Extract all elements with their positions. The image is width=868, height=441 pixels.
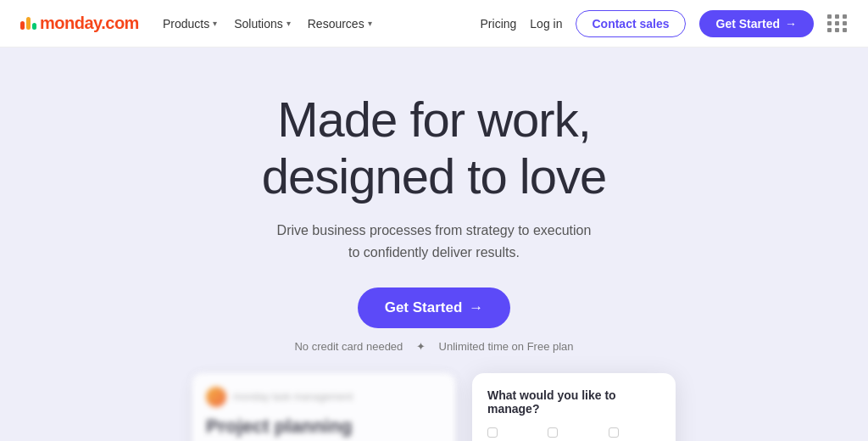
get-started-nav-button[interactable]: Get Started →: [699, 10, 814, 37]
manage-item-tasks[interactable]: ☑️ Tasks: [548, 427, 599, 441]
apps-grid-button[interactable]: [827, 14, 848, 32]
resources-chevron-icon: ▾: [368, 19, 372, 28]
nav-login[interactable]: Log in: [530, 17, 562, 31]
get-started-nav-arrow: →: [785, 17, 797, 31]
logo-bar-2: [26, 17, 31, 30]
logo-text: monday.com: [40, 14, 139, 33]
apps-dot: [843, 21, 847, 25]
card-left-header: monday task management: [206, 387, 442, 407]
nav-links: Products ▾ Solutions ▾ Resources ▾: [163, 17, 372, 31]
card-title-label: monday task management: [233, 391, 353, 403]
manage-item-marketing[interactable]: 📣 Marketing: [609, 427, 660, 441]
manage-checkbox-row: [609, 427, 660, 438]
apps-dot: [835, 14, 839, 19]
logo-mark: [20, 17, 36, 30]
contact-sales-button[interactable]: Contact sales: [576, 10, 685, 37]
logo-bar-1: [20, 21, 25, 30]
nav-resources[interactable]: Resources ▾: [308, 17, 372, 31]
products-chevron-icon: ▾: [213, 19, 217, 28]
nav-right: Pricing Log in Contact sales Get Started…: [481, 10, 848, 37]
nav-products[interactable]: Products ▾: [163, 17, 217, 31]
logo-bar-3: [32, 23, 36, 30]
logo[interactable]: monday.com: [20, 14, 139, 33]
card-project-title: Project planning: [206, 416, 442, 438]
solutions-chevron-icon: ▾: [287, 19, 291, 28]
hero-headline: Made for work, designed to love: [17, 92, 851, 204]
nav-left: monday.com Products ▾ Solutions ▾ Resour…: [20, 14, 372, 33]
manage-checkbox-projects[interactable]: [487, 427, 498, 438]
manage-card-title: What would you like to manage?: [487, 388, 660, 416]
apps-dot: [843, 28, 847, 32]
apps-dot: [843, 14, 847, 19]
nav-solutions[interactable]: Solutions ▾: [234, 17, 291, 31]
card-avatar: [206, 387, 226, 407]
hero-cta-arrow: →: [469, 299, 483, 316]
apps-dot: [827, 14, 832, 19]
hero-section: Made for work, designed to love Drive bu…: [0, 47, 868, 441]
hero-subtitle: Drive business processes from strategy t…: [17, 220, 851, 263]
manage-checkbox-marketing[interactable]: [609, 427, 619, 438]
manage-checkbox-row: [487, 427, 539, 438]
apps-dot: [827, 28, 832, 32]
apps-dot: [835, 21, 839, 25]
nav-pricing[interactable]: Pricing: [481, 17, 517, 31]
apps-dot: [827, 21, 832, 25]
manage-grid: 📋 Projects ☑️ Tasks 📣 Marketing 🎨 Design…: [487, 427, 660, 441]
manage-card: What would you like to manage? 📋 Project…: [472, 373, 676, 441]
get-started-hero-button[interactable]: Get Started →: [358, 287, 511, 328]
manage-item-projects[interactable]: 📋 Projects: [487, 427, 539, 441]
preview-card-left: monday task management Project planning …: [192, 373, 455, 441]
hero-footnote: No credit card needed ✦ Unlimited time o…: [17, 340, 851, 353]
manage-checkbox-row: [548, 427, 599, 438]
navbar: monday.com Products ▾ Solutions ▾ Resour…: [0, 0, 868, 47]
apps-dot: [835, 28, 839, 32]
manage-checkbox-tasks[interactable]: [548, 427, 558, 438]
hero-bottom: monday task management Project planning …: [17, 373, 851, 441]
